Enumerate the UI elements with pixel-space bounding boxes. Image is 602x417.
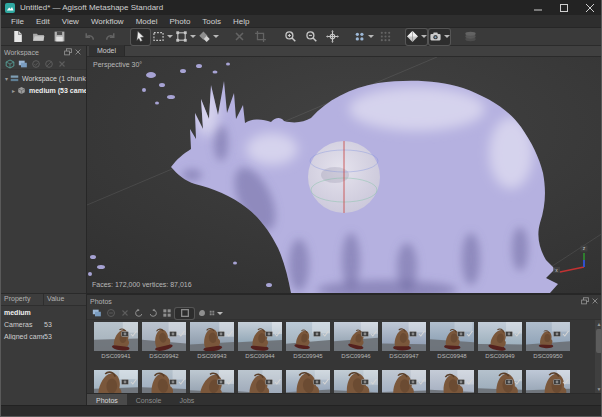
menu-tools[interactable]: Tools — [196, 15, 227, 27]
property-row: Aligned cameras53 — [1, 330, 86, 342]
photo-thumbnail[interactable] — [286, 370, 330, 393]
app-logo-icon — [5, 3, 15, 13]
tree-expander-icon[interactable]: ▸ — [10, 87, 17, 94]
masks-view-button[interactable] — [195, 308, 209, 319]
photo-thumbnail[interactable] — [526, 370, 570, 393]
camera-check-badge-icon — [553, 371, 569, 378]
model-viewport[interactable]: x z Perspective 30° Faces: 172,000 verti… — [87, 57, 602, 293]
show-cameras-dropdown-caret[interactable] — [444, 35, 450, 38]
close-button[interactable] — [577, 0, 602, 15]
photos-scrollbar[interactable]: ▲ ▼ — [595, 320, 602, 393]
photo-thumbnail[interactable] — [190, 370, 234, 393]
photo-thumbnail[interactable]: DSC09946 — [334, 322, 378, 359]
photos-close-icon[interactable] — [590, 296, 600, 306]
tab-model[interactable]: Model — [89, 45, 125, 56]
camera-check-badge-icon — [265, 371, 281, 378]
resize-region-dropdown-caret[interactable] — [190, 35, 196, 38]
workspace-tree-item[interactable]: ▾Workspace (1 chunks, 53 cameras) — [1, 72, 86, 84]
photo-thumbnail[interactable]: DSC09941 — [94, 322, 138, 359]
photos-float-icon[interactable] — [580, 296, 590, 306]
tree-item-label: medium (53 cameras, 27,85 — [29, 87, 86, 94]
disable-item-button[interactable] — [42, 58, 55, 69]
point-cloud-view-button[interactable] — [353, 29, 374, 45]
tree-expander-icon[interactable]: ▾ — [3, 75, 10, 82]
workspace-tree-item[interactable]: ▸medium (53 cameras, 27,85 — [1, 84, 86, 96]
view-mode-button[interactable] — [209, 308, 223, 319]
draw-shapes-dropdown-caret[interactable] — [213, 35, 219, 38]
menu-edit[interactable]: Edit — [30, 15, 56, 27]
photo-thumbnail[interactable] — [478, 370, 522, 393]
menu-help[interactable]: Help — [227, 15, 255, 27]
menu-file[interactable]: File — [5, 15, 30, 27]
open-document-button[interactable] — [29, 29, 48, 45]
rectangle-selection-dropdown-caret[interactable] — [167, 35, 173, 38]
details-view-button[interactable] — [175, 308, 194, 319]
scroll-up-arrow[interactable]: ▲ — [595, 320, 602, 328]
photo-thumbnail[interactable]: DSC09945 — [286, 322, 330, 359]
maximize-button[interactable] — [551, 0, 577, 15]
photo-thumbnail[interactable]: DSC09943 — [190, 322, 234, 359]
add-chunk-button[interactable] — [3, 58, 16, 69]
show-cameras-button[interactable] — [429, 29, 450, 45]
photo-thumbnail[interactable]: DSC09947 — [382, 322, 426, 359]
photo-thumbnail[interactable]: DSC09949 — [478, 322, 522, 359]
crop-selection-button[interactable] — [251, 29, 270, 45]
draw-shapes-button[interactable] — [198, 29, 219, 45]
rectangle-selection-button[interactable] — [152, 29, 173, 45]
enable-item-button[interactable] — [29, 58, 42, 69]
photo-thumbnail[interactable] — [334, 370, 378, 393]
trackball-sphere — [308, 141, 380, 213]
small-thumbnails-view-button[interactable] — [160, 308, 174, 319]
photo-thumbnail[interactable] — [238, 370, 282, 393]
menu-workflow[interactable]: Workflow — [85, 15, 130, 27]
properties-panel: Property Value mediumCameras53Aligned ca… — [1, 293, 86, 405]
workspace-close-icon[interactable] — [73, 47, 83, 57]
photo-filename: DSC09947 — [382, 353, 426, 359]
zoom-out-button[interactable] — [302, 29, 321, 45]
selection-arrow-button[interactable] — [131, 29, 150, 45]
photo-thumbnail[interactable] — [94, 370, 138, 393]
new-document-button[interactable] — [8, 29, 27, 45]
workspace-float-icon[interactable] — [63, 47, 73, 57]
scroll-down-arrow[interactable]: ▼ — [595, 385, 602, 393]
point-cloud-view-dropdown-caret[interactable] — [368, 35, 374, 38]
camera-check-badge-icon — [361, 371, 377, 378]
delete-selection-button[interactable] — [230, 29, 249, 45]
add-photos-button[interactable] — [16, 58, 29, 69]
photos-panel: Photos DSC09941DSC09942DSC09943DSC09944D… — [87, 293, 602, 391]
photo-thumbnail[interactable]: DSC09944 — [238, 322, 282, 359]
menu-photo[interactable]: Photo — [163, 15, 196, 27]
photo-filename: DSC09941 — [94, 353, 138, 359]
add-photos-button[interactable] — [90, 308, 104, 319]
resize-region-button[interactable] — [175, 29, 196, 45]
photo-thumbnail[interactable]: DSC09950 — [526, 322, 570, 359]
undo-button[interactable] — [80, 29, 99, 45]
photo-thumbnail[interactable] — [142, 370, 186, 393]
rotate-right-button[interactable] — [146, 308, 160, 319]
minimize-button[interactable] — [525, 0, 551, 15]
photo-thumbnail[interactable]: DSC09942 — [142, 322, 186, 359]
redo-button[interactable] — [101, 29, 120, 45]
save-document-button[interactable] — [50, 29, 69, 45]
remove-item-button[interactable] — [55, 58, 68, 69]
delete-photos-button[interactable] — [118, 308, 132, 319]
ortho-view-button[interactable] — [461, 29, 480, 45]
menu-view[interactable]: View — [56, 15, 85, 27]
photo-thumbnail[interactable] — [430, 370, 474, 393]
menu-model[interactable]: Model — [130, 15, 164, 27]
rotate-left-button[interactable] — [132, 308, 146, 319]
remove-photos-button[interactable] — [104, 308, 118, 319]
photo-thumbnail[interactable] — [382, 370, 426, 393]
photos-thumbnail-area: DSC09941DSC09942DSC09943DSC09944DSC09945… — [87, 320, 602, 393]
scrollbar-thumb[interactable] — [596, 329, 602, 353]
zoom-in-button[interactable] — [281, 29, 300, 45]
shaded-model-view-button[interactable] — [406, 29, 427, 45]
photo-filename: DSC09950 — [526, 353, 570, 359]
reset-view-button[interactable] — [323, 29, 342, 45]
workspace-toolbar — [1, 58, 86, 70]
model-tab-strip: Model — [87, 46, 602, 57]
tie-points-view-button[interactable] — [376, 29, 395, 45]
status-bar — [1, 405, 602, 417]
photo-thumbnail[interactable]: DSC09948 — [430, 322, 474, 359]
shaded-model-view-dropdown-caret[interactable] — [421, 35, 427, 38]
